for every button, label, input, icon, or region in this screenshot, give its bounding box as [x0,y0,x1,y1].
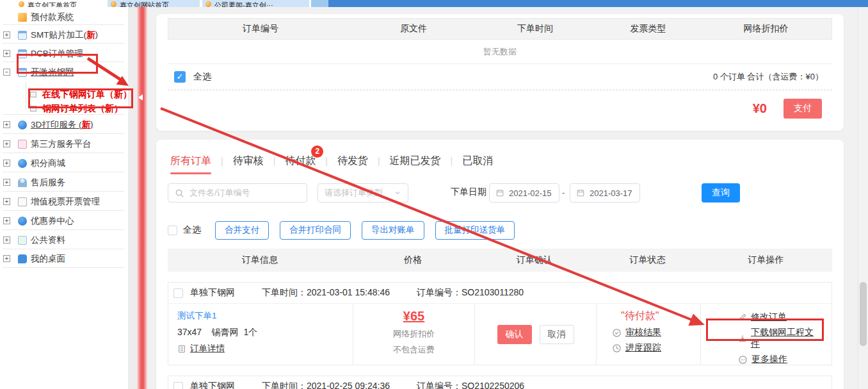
ellipsis-circle-icon [738,355,748,365]
scrollbar-thumb[interactable] [860,282,867,346]
expand-plus-icon[interactable] [3,217,10,224]
order-checkbox[interactable] [173,288,183,298]
more-actions-link[interactable]: 更多操作 [715,354,817,365]
date-to-input[interactable]: 2021-03-17 [570,183,640,203]
orders-table-header: 订单信息 价格 订单确认 订单状态 订单操作 [168,249,832,272]
total-amount: ¥0 [753,101,767,116]
confirm-button[interactable]: 确认 [497,325,532,344]
expand-minus-icon[interactable] [3,69,10,76]
sidebar-item-prepay[interactable]: 预付款系统 [0,9,128,26]
subpage-icon [30,92,36,97]
sidebar-item-vat-invoice[interactable]: 增值税票开票管理 [0,194,128,210]
sidebar-item-stencil-order-list[interactable]: 钢网订单列表（新） [0,101,128,117]
new-badge: 新 [82,119,91,131]
tab-pending-review[interactable]: 待审核 [233,154,264,168]
date-from-input[interactable]: 2021-02-15 [489,183,559,203]
order-price-link[interactable]: ¥65 [353,309,474,324]
new-tab-button[interactable] [311,0,328,7]
column-order-actions: 订单操作 [700,254,832,266]
order-type: 单独下钢网 [190,287,235,299]
expand-plus-icon[interactable] [3,140,10,147]
browser-tab-site[interactable]: 嘉立创网站首页 [108,0,200,7]
order-type-select[interactable]: 请选择订单类型 [317,183,408,203]
pcb-icon [18,49,27,58]
wallet-icon [18,13,27,22]
sidebar-item-coupon-center[interactable]: 优惠券中心 [0,213,128,229]
tab-cancelled[interactable]: 已取消 [462,154,493,168]
tab-pending-payment[interactable]: 待付款2 [285,154,316,168]
export-statement-button[interactable]: 导出对账单 [362,221,424,240]
tab-pending-shipment[interactable]: 待发货 [337,154,368,168]
sidebar-collapse-strip[interactable] [137,7,147,389]
merge-print-contract-button[interactable]: 合并打印合同 [280,221,351,240]
stencil-icon [18,68,27,77]
order-row: 单独下钢网 下单时间：2021-03-01 15:48:46 订单编号：SO21… [168,282,832,365]
divider [3,133,124,134]
expand-plus-icon[interactable] [3,255,10,262]
expand-plus-icon[interactable] [3,31,10,38]
search-placeholder: 文件名/订单编号 [189,187,250,199]
sidebar-item-label: 售后服务 [31,177,65,188]
smt-icon [18,31,27,40]
cancel-button[interactable]: 取消 [540,325,574,344]
browser-tab-label: 嘉立创下单首页 [28,1,77,7]
expand-plus-icon[interactable] [3,236,10,244]
order-header: 单独下钢网 下单时间：2021-03-01 15:48:46 订单编号：SO21… [168,283,832,304]
select-all-checkbox[interactable]: ✓ [174,71,186,83]
sidebar-item-third-party[interactable]: 第三方服务平台 [0,136,128,153]
status-cell: "待付款" 审核结果 进度跟踪 [596,304,700,365]
new-badge: 新 [86,29,95,41]
sidebar-item-label: 开激光钢网 [31,67,74,78]
my-desktop-icon [18,254,27,263]
expand-plus-icon[interactable] [3,198,10,205]
column-order-confirm: 订单确认 [474,254,595,266]
sidebar-item-pcb[interactable]: PCB订单管理 [0,46,128,62]
query-button[interactable]: 查询 [702,183,740,203]
sidebar-item-after-sale[interactable]: 售后服务 [0,174,128,191]
tab-strip-filler [328,0,868,7]
calendar-icon [576,188,585,197]
points-mall-icon [18,159,27,168]
download-stencil-file-link[interactable]: 下载钢网工程文件 [715,327,817,350]
tab-label: 待发货 [337,155,368,166]
date-to-value: 2021-03-17 [590,188,632,198]
merge-pay-button[interactable]: 合并支付 [215,221,269,240]
sidebar-item-public-files[interactable]: 公共资料 [0,232,128,249]
expand-plus-icon[interactable] [3,179,10,186]
expand-plus-icon[interactable] [3,160,10,167]
divider [3,172,124,172]
pay-button[interactable]: 支付 [784,99,822,119]
sidebar-item-smt[interactable]: SMT贴片加工(新) [0,27,128,44]
sidebar-item-points-mall[interactable]: 积分商城 [0,155,128,172]
sidebar-item-3d-print[interactable]: 3D打印服务 (新) [0,117,128,133]
search-input[interactable]: 文件名/订单编号 [168,183,307,203]
batch-print-delivery-button[interactable]: 批量打印送货单 [435,221,515,240]
download-icon [738,334,747,343]
date-range-separator: - [562,188,565,197]
browser-tab-home[interactable]: 嘉立创下单首页 [15,0,105,7]
order-detail-link[interactable]: 订单详情 [177,343,353,354]
tab-divider [378,156,380,166]
expand-plus-icon[interactable] [3,50,10,57]
sidebar-item-label: ) [95,29,99,41]
tab-all-orders[interactable]: 所有订单 [170,154,211,168]
order-name-link[interactable]: 测试下单1 [177,310,353,322]
order-summary-text: 0 个订单 合计（含运费：¥0） [713,71,823,83]
scrollbar[interactable] [858,7,868,389]
browser-tab-news[interactable]: 公司要闻-嘉立创··· [202,0,309,7]
sidebar-item-my-desktop[interactable]: 我的桌面 [0,251,128,267]
sidebar-item-laser-stencil[interactable]: 开激光钢网 [0,64,128,81]
order-checkbox[interactable] [173,382,183,389]
review-result-link[interactable]: 审核结果 [612,327,700,338]
edit-order-link[interactable]: 修改订单 [715,311,817,323]
column-source-file: 原文件 [353,23,474,35]
expand-plus-icon[interactable] [3,121,10,128]
progress-track-link[interactable]: 进度跟踪 [612,342,700,354]
tab-divider [221,156,223,166]
sidebar-item-label: PCB订单管理 [31,48,83,60]
active-tab-underline [170,172,211,174]
order-time: 下单时间：2021-02-25 09:24:36 [262,381,390,389]
tab-recently-shipped[interactable]: 近期已发货 [390,154,441,168]
select-placeholder: 请选择订单类型 [325,187,394,199]
select-all-checkbox[interactable] [168,226,177,235]
